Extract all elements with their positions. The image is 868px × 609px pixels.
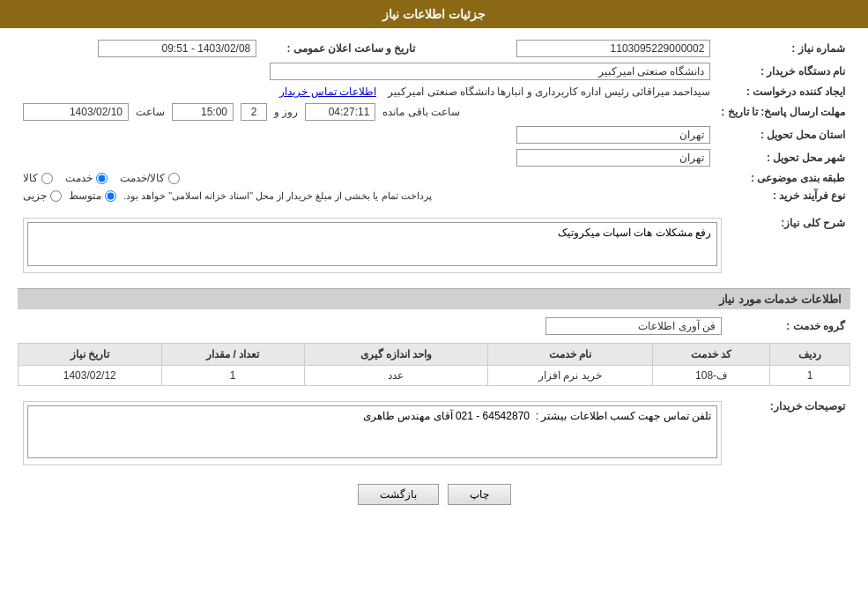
- buyer-desc-container: [23, 401, 722, 465]
- category-goods-service-radio[interactable]: [168, 173, 180, 184]
- category-service-item: خدمت: [65, 172, 108, 184]
- service-group-row: گروه خدمت : فن آوری اطلاعات: [18, 315, 850, 338]
- main-info-table: شماره نیاز : 1103095229000002 تاریخ و سا…: [18, 37, 850, 204]
- table-row: 1ف-108خرید نرم افزارعدد11403/02/12: [19, 366, 850, 386]
- service-group-value: فن آوری اطلاعات: [545, 317, 722, 335]
- services-table-header-row: ردیف کد خدمت نام خدمت واحد اندازه گیری ت…: [19, 344, 850, 366]
- deadline-label: مهلت ارسال پاسخ: تا تاریخ :: [716, 100, 850, 123]
- deadline-date: 1403/02/10: [23, 103, 129, 121]
- category-goods-service-label: کالا/خدمت: [120, 172, 165, 184]
- city-value-cell: تهران: [18, 146, 716, 169]
- process-value-cell: جزیی متوسط پرداخت تمام یا بخشی از مبلغ خ…: [18, 187, 716, 204]
- main-content: شماره نیاز : 1103095229000002 تاریخ و سا…: [0, 28, 868, 526]
- print-button[interactable]: چاپ: [448, 484, 511, 505]
- deadline-days-label: روز و: [274, 106, 298, 118]
- province-value-cell: تهران: [18, 123, 716, 146]
- need-desc-row: شرح کلی نیاز:: [18, 212, 850, 279]
- services-table: ردیف کد خدمت نام خدمت واحد اندازه گیری ت…: [18, 343, 850, 386]
- process-partial-label: جزیی: [23, 189, 47, 202]
- need-number-label: شماره نیاز :: [716, 37, 850, 60]
- table-cell-date: 1403/02/12: [19, 366, 162, 386]
- buttons-row: چاپ بازگشت: [18, 472, 850, 517]
- page-header: جزئیات اطلاعات نیاز: [0, 0, 868, 28]
- category-goods-item: کالا: [23, 172, 53, 184]
- category-goods-label: کالا: [23, 172, 38, 184]
- buyer-org-label: نام دستگاه خریدار :: [716, 60, 850, 83]
- announce-time-value: 1403/02/08 - 09:51: [98, 40, 256, 57]
- deadline-time: 15:00: [172, 103, 234, 121]
- need-number-value-cell: 1103095229000002: [420, 37, 716, 60]
- buyer-org-value-cell: دانشگاه صنعتی امیرکبیر: [18, 60, 716, 83]
- process-medium-radio[interactable]: [105, 190, 116, 202]
- process-label: نوع فرآیند خرید :: [716, 187, 850, 204]
- col-service-name: نام خدمت: [487, 344, 652, 366]
- category-value-cell: کالا خدمت کالا/خدمت: [18, 169, 716, 187]
- buyer-desc-textarea[interactable]: [27, 405, 717, 458]
- service-group-label: گروه خدمت :: [727, 315, 850, 338]
- creator-value-cell: سیداحمد میراقائی رئیس اداره کاربرداری و …: [18, 83, 716, 100]
- city-value: تهران: [516, 149, 710, 167]
- need-desc-container: [23, 218, 722, 273]
- category-label: طبقه بندی موضوعی :: [716, 169, 850, 187]
- col-date: تاریخ نیاز: [19, 344, 162, 366]
- buyer-desc-value-cell: [18, 395, 727, 472]
- province-label: استان محل تحویل :: [716, 123, 850, 146]
- buyer-desc-table: توصیحات خریدار:: [18, 395, 850, 472]
- process-row: نوع فرآیند خرید : جزیی متوسط پرداخت: [18, 187, 850, 204]
- table-cell-code: ف-108: [652, 366, 770, 386]
- need-desc-value-cell: [18, 212, 727, 279]
- buyer-desc-label: توصیحات خریدار:: [727, 395, 850, 472]
- category-service-label: خدمت: [65, 172, 93, 184]
- city-row: شهر محل تحویل : تهران: [18, 146, 850, 169]
- col-unit: واحد اندازه گیری: [304, 344, 487, 366]
- creator-label: ایجاد کننده درخواست :: [716, 83, 850, 100]
- col-row-num: ردیف: [770, 344, 850, 366]
- process-medium-item: متوسط: [69, 189, 116, 202]
- process-partial-radio[interactable]: [50, 190, 62, 202]
- category-goods-radio[interactable]: [41, 173, 53, 184]
- page-container: جزئیات اطلاعات نیاز شماره نیاز : 1103095…: [0, 0, 868, 609]
- col-qty: تعداد / مقدار: [161, 344, 304, 366]
- buyer-org-row: نام دستگاه خریدار : دانشگاه صنعتی امیرکب…: [18, 60, 850, 83]
- table-cell-name: خرید نرم افزار: [487, 366, 652, 386]
- category-goods-service-item: کالا/خدمت: [120, 172, 180, 184]
- table-cell-row: 1: [770, 366, 850, 386]
- services-section-title: اطلاعات خدمات مورد نیاز: [18, 288, 850, 309]
- process-desc-text: پرداخت تمام یا بخشی از مبلغ خریدار از مح…: [123, 190, 432, 202]
- buyer-org-value: دانشگاه صنعتی امیرکبیر: [270, 63, 710, 80]
- announce-time-label: تاریخ و ساعت اعلان عمومی :: [262, 37, 420, 60]
- category-service-radio[interactable]: [96, 173, 108, 184]
- need-desc-table: شرح کلی نیاز:: [18, 212, 850, 279]
- back-button[interactable]: بازگشت: [358, 484, 439, 505]
- remaining-time: 04:27:11: [305, 103, 375, 121]
- deadline-value-cell: 1403/02/10 ساعت 15:00 2 روز و 04:27:11 س…: [18, 100, 716, 123]
- table-cell-qty: 1: [161, 366, 304, 386]
- deadline-row: مهلت ارسال پاسخ: تا تاریخ : 1403/02/10 س…: [18, 100, 850, 123]
- process-partial-item: جزیی: [23, 189, 62, 202]
- province-row: استان محل تحویل : تهران: [18, 123, 850, 146]
- need-number-value: 1103095229000002: [516, 40, 710, 57]
- city-label: شهر محل تحویل :: [716, 146, 850, 169]
- service-group-table: گروه خدمت : فن آوری اطلاعات: [18, 315, 850, 338]
- remaining-label: ساعت باقی مانده: [382, 106, 460, 118]
- service-group-value-cell: فن آوری اطلاعات: [18, 315, 727, 338]
- need-desc-label: شرح کلی نیاز:: [727, 212, 850, 279]
- col-service-code: کد خدمت: [652, 344, 770, 366]
- page-title: جزئیات اطلاعات نیاز: [382, 7, 486, 21]
- buyer-desc-row: توصیحات خریدار:: [18, 395, 850, 472]
- process-medium-label: متوسط: [69, 189, 101, 202]
- need-number-row: شماره نیاز : 1103095229000002 تاریخ و سا…: [18, 37, 850, 60]
- creator-row: ایجاد کننده درخواست : سیداحمد میراقائی ر…: [18, 83, 850, 100]
- table-cell-unit: عدد: [304, 366, 487, 386]
- creator-contact-link[interactable]: اطلاعات تماس خریدار: [279, 85, 376, 98]
- need-desc-textarea[interactable]: [27, 222, 717, 266]
- province-value: تهران: [516, 126, 710, 144]
- category-row: طبقه بندی موضوعی : کالا خدمت: [18, 169, 850, 187]
- creator-value: سیداحمد میراقائی رئیس اداره کاربرداری و …: [388, 85, 710, 98]
- deadline-time-label: ساعت: [136, 106, 165, 118]
- deadline-days: 2: [241, 103, 267, 121]
- announce-time-value-cell: 1403/02/08 - 09:51: [18, 37, 262, 60]
